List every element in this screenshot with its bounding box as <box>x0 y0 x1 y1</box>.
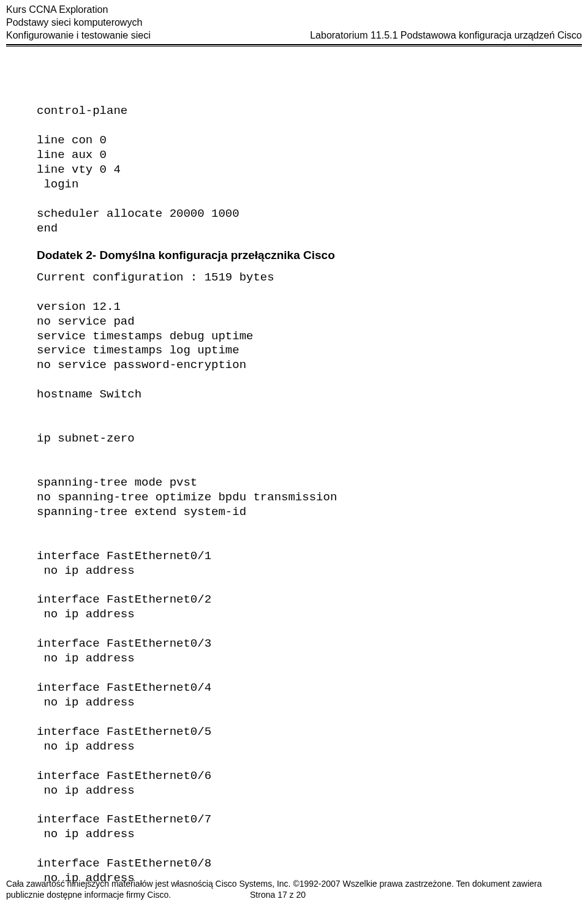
footer-left: publicznie dostępne informacje firmy Cis… <box>6 890 245 901</box>
footer-line-1: Cała zawartość niniejszych materiałów je… <box>6 879 582 890</box>
page-footer: Cała zawartość niniejszych materiałów je… <box>6 879 582 900</box>
footer-line-2: publicznie dostępne informacje firmy Cis… <box>6 890 582 901</box>
header-line-2: Podstawy sieci komputerowych <box>6 17 582 29</box>
page-content: control-plane line con 0 line aux 0 line… <box>0 47 588 886</box>
appendix-title: Dodatek 2- Domyślna konfiguracja przełąc… <box>37 249 551 262</box>
header-left: Konfigurowanie i testowanie sieci <box>6 29 151 42</box>
config-block-2: Current configuration : 1519 bytes versi… <box>37 271 551 886</box>
footer-page-number: Strona 17 z 20 <box>245 890 582 901</box>
page-header: Kurs CCNA Exploration Podstawy sieci kom… <box>0 0 588 42</box>
header-right: Laboratorium 11.5.1 Podstawowa konfigura… <box>310 29 582 42</box>
config-block-1: control-plane line con 0 line aux 0 line… <box>37 89 551 236</box>
header-line-1: Kurs CCNA Exploration <box>6 4 582 17</box>
header-line-3: Konfigurowanie i testowanie sieci Labora… <box>6 29 582 42</box>
